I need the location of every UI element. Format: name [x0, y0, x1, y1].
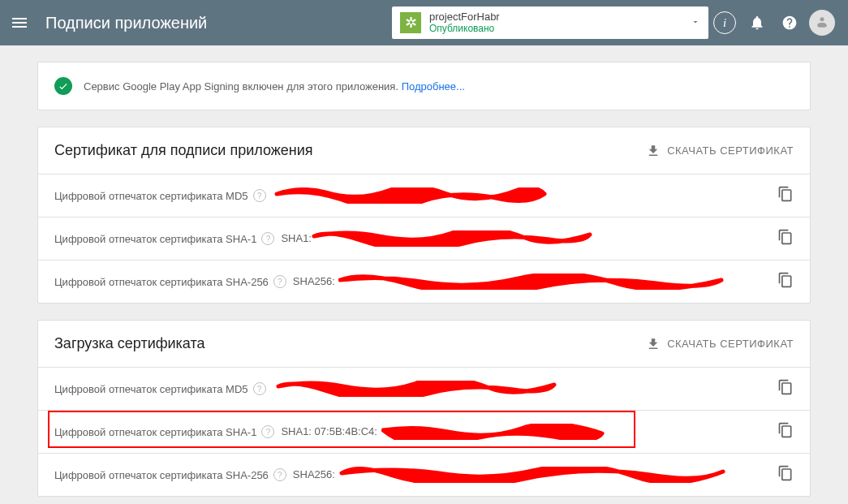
app-header: Подписи приложений ✲ projectForHabr Опуб… — [0, 0, 848, 45]
page-title: Подписи приложений — [45, 14, 207, 32]
copy-icon[interactable] — [777, 465, 794, 485]
notice-link[interactable]: Подробнее... — [402, 80, 465, 93]
download-cert-button[interactable]: СКАЧАТЬ СЕРТИФИКАТ — [646, 337, 794, 351]
sha256-label: Цифровой отпечаток сертификата SHA-256 — [54, 276, 269, 288]
sha256-label: Цифровой отпечаток сертификата SHA-256 — [54, 469, 269, 481]
help-icon[interactable]: ? — [273, 275, 286, 288]
hamburger-menu-icon[interactable] — [10, 13, 29, 32]
table-row: Цифровой отпечаток сертификата SHA-256 ?… — [38, 260, 810, 303]
upload-cert-card: Загрузка сертификата СКАЧАТЬ СЕРТИФИКАТ … — [37, 320, 811, 497]
section-title: Сертификат для подписи приложения — [54, 142, 646, 159]
copy-icon[interactable] — [777, 186, 794, 205]
help-icon[interactable]: ? — [253, 382, 266, 395]
notice-card: Сервис Google Play App Signing включен д… — [37, 62, 811, 110]
help-icon[interactable]: ? — [261, 232, 274, 245]
table-row: Цифровой отпечаток сертификата SHA-1 ? S… — [38, 410, 810, 453]
project-selector[interactable]: ✲ projectForHabr Опубликовано — [392, 6, 708, 39]
md5-label: Цифровой отпечаток сертификата MD5 — [54, 190, 248, 202]
table-row: Цифровой отпечаток сертификата MD5 ? — [38, 367, 810, 410]
section-title: Загрузка сертификата — [54, 335, 646, 352]
copy-icon[interactable] — [777, 229, 794, 248]
chevron-down-icon — [691, 15, 700, 30]
project-status: Опубликовано — [429, 24, 500, 35]
project-name: projectForHabr — [429, 11, 500, 24]
download-cert-button[interactable]: СКАЧАТЬ СЕРТИФИКАТ — [646, 144, 794, 158]
notice-text: Сервис Google Play App Signing включен д… — [84, 80, 402, 93]
md5-label: Цифровой отпечаток сертификата MD5 — [54, 383, 248, 395]
content: Сервис Google Play App Signing включен д… — [0, 45, 848, 504]
copy-icon[interactable] — [777, 422, 794, 442]
project-icon: ✲ — [400, 12, 421, 33]
copy-icon[interactable] — [777, 379, 794, 398]
table-row: Цифровой отпечаток сертификата SHA-1 ? S… — [38, 217, 810, 260]
help-icon[interactable]: ? — [253, 189, 266, 202]
sha1-label: Цифровой отпечаток сертификата SHA-1 — [54, 426, 256, 438]
sha1-label: Цифровой отпечаток сертификата SHA-1 — [54, 233, 256, 245]
copy-icon[interactable] — [777, 272, 794, 291]
help-icon[interactable] — [773, 6, 806, 39]
table-row: Цифровой отпечаток сертификата SHA-256 ?… — [38, 453, 810, 496]
account-icon[interactable] — [806, 6, 838, 39]
table-row: Цифровой отпечаток сертификата MD5 ? — [38, 174, 810, 217]
notifications-icon[interactable] — [741, 6, 773, 39]
signing-cert-card: Сертификат для подписи приложения СКАЧАТ… — [37, 127, 811, 304]
help-icon[interactable]: ? — [273, 468, 286, 481]
help-icon[interactable]: ? — [261, 425, 274, 438]
check-icon — [54, 77, 72, 95]
info-icon[interactable]: i — [708, 6, 741, 39]
